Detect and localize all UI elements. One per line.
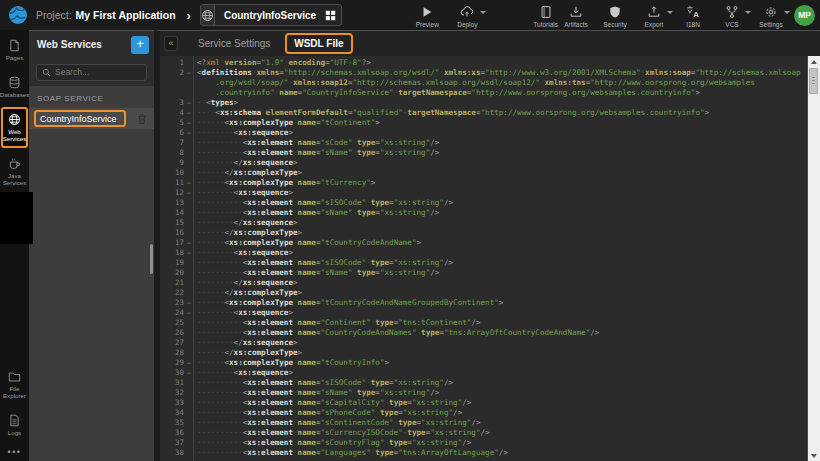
line-number-gutter: 9 xyxy=(160,158,193,168)
code-text[interactable]: ··········<xs:element·name="sCountryFlag… xyxy=(193,438,807,448)
code-text[interactable]: ··········<xs:element·name="sCode"·type=… xyxy=(193,138,807,148)
rail-more-button[interactable]: ••• xyxy=(8,447,22,457)
fold-marker[interactable]: – xyxy=(184,248,193,258)
code-text[interactable]: ··········<xs:element·name="sISOCode"·ty… xyxy=(193,198,807,208)
code-text[interactable]: ··········<xs:element·name="sISOCode"·ty… xyxy=(193,378,807,388)
code-text[interactable]: ······<xs:complexType·name="tContinent"> xyxy=(193,118,807,128)
code-text[interactable]: ······<xs:complexType·name="tCountryCode… xyxy=(193,238,807,248)
fold-marker[interactable]: – xyxy=(184,68,193,78)
add-service-button[interactable]: + xyxy=(131,36,149,54)
code-text[interactable]: ··········<xs:element·name="Languages"·t… xyxy=(193,448,807,458)
code-text[interactable]: ······</xs:complexType> xyxy=(193,288,807,298)
code-text[interactable]: ··········<xs:element·name="sCapitalCity… xyxy=(193,398,807,408)
code-text[interactable]: ········</xs:sequence> xyxy=(193,218,807,228)
preview-label: Preview xyxy=(416,21,439,28)
scrollbar-thumb[interactable] xyxy=(809,68,818,94)
i18n-button[interactable]: AI18N xyxy=(678,2,708,28)
search-input[interactable]: Search... xyxy=(36,64,147,81)
code-text[interactable]: ········<xs:sequence> xyxy=(193,368,807,378)
wavemaker-logo-icon[interactable] xyxy=(8,5,28,25)
code-text[interactable]: ········</xs:sequence> xyxy=(193,338,807,348)
code-text[interactable]: ········</xs:sequence> xyxy=(193,158,807,168)
fold-marker[interactable]: – xyxy=(184,188,193,198)
code-text[interactable]: ··········<xs:element·name="CountryCodeA… xyxy=(193,328,807,338)
fold-marker[interactable]: – xyxy=(184,238,193,248)
fold-marker[interactable]: – xyxy=(184,118,193,128)
code-line: 31··········<xs:element·name="sISOCode"·… xyxy=(160,378,807,388)
export-button[interactable]: Export xyxy=(639,2,669,28)
scroll-up-arrow[interactable] xyxy=(808,56,820,67)
artifacts-button[interactable]: Artifacts xyxy=(561,2,591,28)
open-file-tab[interactable]: CountryInfoService xyxy=(200,4,342,26)
code-text[interactable]: ··········<xs:element·name="sName"·type=… xyxy=(193,208,807,218)
sidebar-item-databases[interactable]: Databases xyxy=(1,70,28,104)
code-text[interactable]: ········</xs:sequence> xyxy=(193,278,807,288)
code-text[interactable]: ··········<xs:element·name="sName"·type=… xyxy=(193,148,807,158)
service-list-item[interactable]: CountryInfoService xyxy=(29,108,154,129)
code-text[interactable]: ······</xs:complexType> xyxy=(193,168,807,178)
settings-button[interactable]: Settings xyxy=(756,2,786,28)
code-text[interactable]: ········<xs:sequence> xyxy=(193,248,807,258)
line-number: 26 xyxy=(175,328,184,338)
user-avatar[interactable]: MP xyxy=(794,5,815,26)
fold-marker[interactable]: – xyxy=(184,368,193,378)
tab-service-settings[interactable]: Service Settings xyxy=(189,33,279,54)
code-text[interactable]: ········<xs:sequence> xyxy=(193,128,807,138)
code-text[interactable]: ··········<xs:element·name="sCurrencyISO… xyxy=(193,428,807,438)
code-text[interactable]: ······</xs:complexType> xyxy=(193,348,807,358)
code-text[interactable]: <?xml·version="1.0"·encoding="UTF-8"?> xyxy=(193,58,807,68)
sidebar-item-logs[interactable]: Logs xyxy=(1,408,28,442)
code-text[interactable]: <definitions·xmlns="http://schemas.xmlso… xyxy=(193,68,807,78)
code-text[interactable]: .org/wsdl/soap/"·xmlns:soap12="http://sc… xyxy=(193,78,807,88)
deploy-button[interactable]: Deploy xyxy=(452,2,482,28)
fold-marker[interactable]: – xyxy=(184,308,193,318)
code-text[interactable]: ······<xs:complexType·name="tCountryCode… xyxy=(193,298,807,308)
code-text[interactable]: ········<xs:sequence> xyxy=(193,308,807,318)
code-text[interactable]: ······<xs:complexType·name="tCountryInfo… xyxy=(193,358,807,368)
code-text[interactable]: ······<xs:complexType·name="tCurrency"> xyxy=(193,178,807,188)
tutorials-button[interactable]: Tutorials xyxy=(530,2,561,28)
wsdl-code-editor[interactable]: 1<?xml·version="1.0"·encoding="UTF-8"?>2… xyxy=(160,56,807,461)
sidebar-item-java-services[interactable]: Java Services xyxy=(1,151,28,192)
code-text[interactable]: ········<xs:sequence> xyxy=(193,188,807,198)
line-number-gutter: 17– xyxy=(160,238,193,248)
code-text[interactable]: ······</xs:complexType> xyxy=(193,228,807,238)
preview-button[interactable]: Preview xyxy=(412,2,442,28)
fold-marker[interactable]: – xyxy=(184,178,193,188)
line-number-gutter: 26 xyxy=(160,328,193,338)
tab-wsdl-file[interactable]: WSDL File xyxy=(285,33,352,54)
code-text[interactable]: ··········<xs:element·name="sISOCode"·ty… xyxy=(193,258,807,268)
code-text[interactable]: ····<xs:schema·elementFormDefault="quali… xyxy=(193,108,807,118)
code-text[interactable]: ··········<xs:element·name="Continent"·t… xyxy=(193,318,807,328)
project-name[interactable]: My First Application xyxy=(76,9,176,21)
upload-tray-icon xyxy=(647,5,661,19)
apps-grid-icon[interactable] xyxy=(325,10,342,21)
fold-marker[interactable]: – xyxy=(184,298,193,308)
panel-scrollbar-thumb[interactable] xyxy=(150,244,153,274)
sidebar-item-file-explorer[interactable]: File Explorer xyxy=(1,364,28,405)
editor-scrollbar[interactable] xyxy=(807,56,820,461)
app-window: Project: My First Application › CountryI… xyxy=(0,0,820,461)
sidebar-item-pages[interactable]: Pages xyxy=(1,33,28,67)
trash-icon[interactable] xyxy=(137,113,147,125)
code-text[interactable]: ··········<xs:element·name="sName"·type=… xyxy=(193,388,807,398)
fold-marker[interactable]: – xyxy=(184,358,193,368)
line-number-gutter: 18– xyxy=(160,248,193,258)
fold-marker[interactable]: – xyxy=(184,108,193,118)
scroll-down-arrow[interactable] xyxy=(808,450,820,461)
code-line: 27········</xs:sequence> xyxy=(160,338,807,348)
branch-icon xyxy=(725,5,739,19)
collapse-panel-button[interactable]: « xyxy=(164,36,178,51)
code-text[interactable]: .countryinfo"·name="CountryInfoService"·… xyxy=(193,88,807,98)
code-text[interactable]: ··········<xs:element·name="sPhoneCode"·… xyxy=(193,408,807,418)
sidebar-item-web-services[interactable]: Web Services xyxy=(1,107,28,148)
vcs-button[interactable]: VCS xyxy=(717,2,747,28)
code-text[interactable]: ··········<xs:element·name="sContinentCo… xyxy=(193,418,807,428)
fold-marker[interactable]: – xyxy=(184,98,193,108)
fold-marker[interactable]: – xyxy=(184,128,193,138)
code-text[interactable]: ··<types> xyxy=(193,98,807,108)
security-button[interactable]: Security xyxy=(600,2,630,28)
code-text[interactable]: ··········<xs:element·name="sName"·type=… xyxy=(193,268,807,278)
service-name-highlighted[interactable]: CountryInfoService xyxy=(34,110,126,127)
panel-header: Web Services + xyxy=(29,31,154,58)
